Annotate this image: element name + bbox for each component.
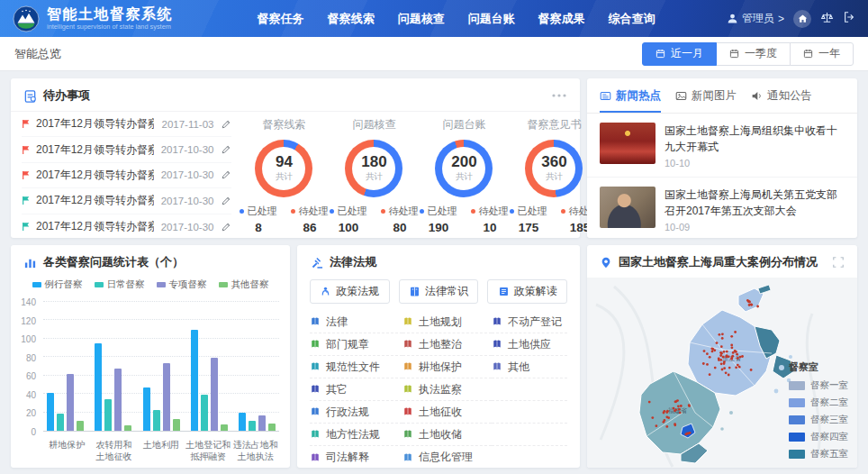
top-header: 智能土地督察系统 intelligent supervision of stat… [0, 0, 868, 37]
logout-button[interactable] [843, 11, 855, 26]
news-item[interactable]: 国家土地督察上海局机关第五党支部召开2017年第五次支部大会 10-09 [587, 178, 857, 238]
home-button[interactable] [793, 10, 811, 28]
todo-item[interactable]: 2017年12月领导转办督察线索 2017-10-30 [22, 137, 231, 162]
nav-item-2[interactable]: 问题核查 [398, 11, 445, 27]
map-legend-item: 督察一室 [789, 379, 848, 392]
todo-item[interactable]: 2017年12月领导转办督察线索 2017-10-30 [22, 214, 231, 240]
newspaper-icon [600, 90, 611, 102]
law-link[interactable]: 土地征收 [402, 401, 492, 424]
case-dot [728, 355, 730, 358]
case-dot [723, 351, 726, 353]
law-button-icon [409, 286, 420, 297]
law-link[interactable]: 其他 [492, 356, 567, 378]
donut-total-label: 共计 [456, 171, 473, 183]
edit-pencil-icon[interactable] [221, 196, 231, 206]
legal-knowledge-button[interactable]: 法律常识 [399, 279, 479, 304]
law-link[interactable]: 部门规章 [310, 333, 402, 356]
edit-pencil-icon[interactable] [221, 169, 231, 180]
bar-日常督察 [153, 410, 160, 431]
todo-item[interactable]: 2017年12月领导转办督察线索 2017-11-03 [22, 112, 231, 137]
law-link[interactable]: 不动产登记 [492, 311, 567, 333]
tab-notices[interactable]: 通知公告 [751, 88, 812, 113]
nav-item-0[interactable]: 督察任务 [258, 11, 304, 27]
case-dot [750, 369, 753, 371]
map-legend-item: 督察五室 [789, 448, 848, 460]
brand: 智能土地督察系统 intelligent supervision of stat… [13, 5, 182, 32]
donut-title: 问题核查 [329, 117, 419, 132]
user-menu[interactable]: 管理员> [727, 11, 784, 26]
case-dot [714, 367, 717, 369]
law-link[interactable]: 土地整治 [402, 333, 492, 356]
edit-pencil-icon[interactable] [221, 144, 231, 155]
edit-pencil-icon[interactable] [221, 119, 231, 130]
book-icon [402, 429, 413, 440]
case-dot [721, 333, 724, 335]
y-axis: 020406080100120140 [14, 302, 40, 432]
case-dot [735, 351, 737, 353]
law-link[interactable]: 地方性法规 [310, 424, 402, 446]
app-logo-icon [13, 5, 40, 32]
nav-item-5[interactable]: 综合查询 [609, 11, 656, 27]
law-link[interactable]: 土地供应 [492, 333, 567, 356]
todo-item[interactable]: 2017年12月领导转办督察线索 2017-10-30 [22, 188, 231, 214]
time-filter-button-1[interactable]: 一季度 [716, 42, 791, 66]
donut-pending: 待处理10 [471, 205, 508, 234]
case-dot [678, 408, 681, 411]
legend-item: 其他督察 [219, 278, 269, 291]
law-link[interactable]: 行政法规 [310, 401, 402, 424]
donut-total-label: 共计 [366, 171, 383, 183]
law-link[interactable]: 司法解释 [310, 446, 402, 469]
law-link[interactable]: 耕地保护 [402, 356, 492, 378]
policy-regulations-button[interactable]: 政策法规 [310, 279, 390, 304]
donut-done: 已处理8 [240, 205, 276, 234]
tab-news-pictures[interactable]: 新闻图片 [675, 88, 737, 113]
law-link[interactable]: 法律 [310, 311, 402, 333]
fullscreen-icon[interactable] [832, 256, 845, 269]
donut-chart-1: 问题核查 180共计 已处理100 待处理80 [329, 115, 419, 240]
more-icon[interactable] [551, 93, 567, 98]
time-filter-button-0[interactable]: 近一月 [642, 42, 717, 66]
x-label: 土地利用 [138, 439, 185, 462]
book-icon [310, 384, 321, 395]
book-icon [310, 316, 321, 327]
news-item[interactable]: 国家土地督察上海局组织集中收看十九大开幕式 10-10 [587, 114, 857, 178]
law-link[interactable]: 土地规划 [402, 311, 492, 333]
case-dot [731, 356, 734, 359]
calendar-icon [656, 49, 665, 59]
book-icon [310, 406, 321, 417]
law-link[interactable]: 执法监察 [402, 378, 492, 401]
map-title: 国家土地督察上海局重大案例分布情况 [619, 254, 818, 270]
case-dot [706, 363, 709, 366]
todo-item[interactable]: 2017年12月领导转办督察线索 2017-10-30 [22, 163, 231, 188]
case-dot [741, 355, 744, 358]
map-legend-item: 督察二室 [789, 397, 848, 409]
law-link[interactable]: 信息化管理 [402, 446, 492, 469]
user-name: 管理员 [742, 11, 774, 26]
time-filter-button-2[interactable]: 一年 [790, 42, 854, 66]
edit-pencil-icon[interactable] [221, 222, 231, 232]
law-buttons: 政策法规法律常识政策解读 [297, 278, 580, 311]
case-dot [750, 304, 753, 306]
law-link[interactable]: 规范性文件 [310, 356, 402, 378]
todo-title: 待办事项 [43, 87, 90, 104]
policy-interpretation-button[interactable]: 政策解读 [487, 279, 567, 304]
bar-日常督察 [249, 421, 256, 431]
case-dot [667, 416, 670, 419]
law-link[interactable]: 土地收储 [402, 424, 492, 446]
nav-item-1[interactable]: 督察线索 [328, 11, 375, 27]
bar-其他督察 [268, 424, 276, 431]
todo-item-date: 2017-10-30 [161, 222, 214, 232]
law-link[interactable]: 其它 [310, 378, 402, 401]
news-thumbnail [600, 187, 656, 228]
case-dot [738, 366, 741, 369]
nav-item-3[interactable]: 问题台账 [468, 11, 515, 27]
justice-button[interactable] [820, 11, 834, 27]
plot-area [43, 302, 279, 432]
tab-news-hot[interactable]: 新闻热点 [600, 88, 661, 113]
nav-item-4[interactable]: 督察成果 [538, 11, 585, 27]
case-dot [686, 433, 689, 435]
y-tick: 100 [14, 334, 36, 344]
case-dot [722, 356, 725, 359]
y-tick: 20 [14, 408, 36, 418]
y-tick: 120 [14, 315, 36, 325]
